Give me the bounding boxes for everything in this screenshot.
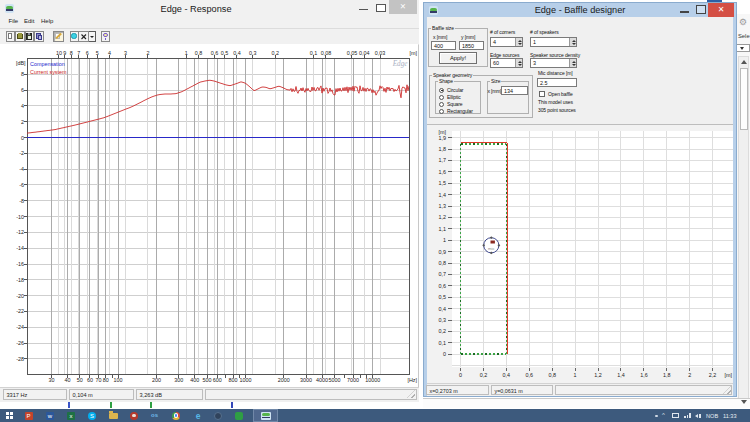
svg-text:1,4: 1,4: [439, 192, 447, 198]
svg-text:0,8: 0,8: [439, 260, 447, 266]
svg-text:6: 6: [86, 50, 89, 56]
svg-text:0,6: 0,6: [526, 372, 534, 378]
svg-text:5000: 5000: [328, 377, 340, 383]
svg-text:4: 4: [21, 103, 24, 109]
svg-text:600: 600: [213, 377, 222, 383]
svg-text:800: 800: [229, 377, 238, 383]
svg-text:0,08: 0,08: [321, 50, 332, 56]
svg-text:4000: 4000: [316, 377, 328, 383]
svg-text:0,04: 0,04: [359, 50, 370, 56]
svg-text:6: 6: [21, 87, 24, 93]
svg-text:0,5: 0,5: [221, 50, 229, 56]
svg-text:0,8: 0,8: [548, 372, 556, 378]
svg-text:1: 1: [185, 50, 188, 56]
svg-text:[m]: [m]: [410, 50, 418, 56]
svg-text:-28: -28: [16, 356, 24, 362]
svg-text:-22: -22: [16, 308, 24, 314]
svg-text:1000: 1000: [239, 377, 251, 383]
svg-text:1,6: 1,6: [640, 372, 648, 378]
svg-text:-16: -16: [16, 261, 24, 267]
svg-text:60: 60: [87, 377, 93, 383]
svg-text:0,7: 0,7: [439, 271, 447, 277]
svg-text:200: 200: [152, 377, 161, 383]
svg-text:50: 50: [77, 377, 83, 383]
svg-text:30: 30: [49, 377, 55, 383]
svg-text:0,1: 0,1: [439, 340, 447, 346]
svg-text:1,8: 1,8: [663, 372, 671, 378]
svg-text:0,2: 0,2: [480, 372, 488, 378]
svg-text:3: 3: [124, 50, 127, 56]
svg-text:0,3: 0,3: [439, 317, 447, 323]
svg-text:-2: -2: [19, 150, 24, 156]
svg-text:2: 2: [688, 372, 691, 378]
svg-text:0: 0: [443, 351, 446, 357]
svg-text:mic: mic: [488, 246, 495, 251]
svg-text:0: 0: [459, 372, 462, 378]
svg-text:1,2: 1,2: [594, 372, 602, 378]
svg-text:2: 2: [21, 119, 24, 125]
svg-text:1,6: 1,6: [439, 169, 447, 175]
svg-text:-18: -18: [16, 277, 24, 283]
svg-text:-4: -4: [19, 166, 24, 172]
svg-text:500: 500: [203, 377, 212, 383]
svg-text:Current system: Current system: [30, 69, 67, 75]
svg-text:8: 8: [21, 71, 24, 77]
svg-text:0,9: 0,9: [439, 249, 447, 255]
svg-text:0,6: 0,6: [439, 283, 447, 289]
svg-text:Edge: Edge: [392, 60, 409, 68]
svg-text:Compensation: Compensation: [30, 61, 65, 67]
svg-text:1,3: 1,3: [439, 203, 447, 209]
svg-text:1,9: 1,9: [439, 135, 447, 141]
svg-text:0: 0: [21, 135, 24, 141]
svg-text:5: 5: [96, 50, 99, 56]
svg-text:7000: 7000: [347, 377, 359, 383]
svg-text:0,8: 0,8: [195, 50, 203, 56]
svg-text:1: 1: [443, 237, 446, 243]
svg-text:9: 9: [63, 50, 66, 56]
svg-text:10: 10: [56, 50, 62, 56]
svg-text:0,2: 0,2: [439, 328, 447, 334]
svg-text:-10: -10: [16, 214, 24, 220]
svg-text:-20: -20: [16, 293, 24, 299]
svg-text:100: 100: [114, 377, 123, 383]
svg-text:-12: -12: [16, 229, 24, 235]
svg-text:[dB]: [dB]: [16, 60, 26, 66]
svg-text:2: 2: [146, 50, 149, 56]
svg-text:[Hz]: [Hz]: [407, 377, 417, 383]
svg-text:1,2: 1,2: [439, 214, 447, 220]
svg-text:0,5: 0,5: [439, 294, 447, 300]
svg-text:0,2: 0,2: [271, 50, 279, 56]
svg-text:0,6: 0,6: [211, 50, 219, 56]
svg-text:-8: -8: [19, 198, 24, 204]
svg-text:[m]: [m]: [439, 129, 447, 135]
svg-text:0,03: 0,03: [375, 50, 386, 56]
svg-text:8: 8: [70, 50, 73, 56]
svg-text:0,4: 0,4: [233, 50, 241, 56]
svg-text:1: 1: [574, 372, 577, 378]
svg-text:0,3: 0,3: [249, 50, 257, 56]
svg-text:0,05: 0,05: [347, 50, 358, 56]
svg-text:4: 4: [108, 50, 111, 56]
svg-text:7: 7: [77, 50, 80, 56]
svg-text:1,1: 1,1: [439, 226, 447, 232]
svg-text:3000: 3000: [300, 377, 312, 383]
svg-text:400: 400: [190, 377, 199, 383]
svg-text:-24: -24: [16, 324, 24, 330]
svg-text:1,4: 1,4: [617, 372, 625, 378]
svg-text:[m]: [m]: [725, 372, 733, 378]
svg-text:0,1: 0,1: [310, 50, 318, 56]
svg-text:70: 70: [95, 377, 101, 383]
svg-text:-26: -26: [16, 340, 24, 346]
svg-text:2000: 2000: [278, 377, 290, 383]
svg-text:80: 80: [103, 377, 109, 383]
svg-text:0,4: 0,4: [503, 372, 511, 378]
svg-text:1,7: 1,7: [439, 157, 447, 163]
svg-text:10000: 10000: [365, 377, 380, 383]
svg-text:40: 40: [64, 377, 70, 383]
svg-text:1,5: 1,5: [439, 180, 447, 186]
svg-text:-6: -6: [19, 182, 24, 188]
svg-text:300: 300: [174, 377, 183, 383]
svg-text:2,2: 2,2: [709, 372, 717, 378]
svg-text:0,4: 0,4: [439, 306, 447, 312]
svg-text:1,8: 1,8: [439, 146, 447, 152]
